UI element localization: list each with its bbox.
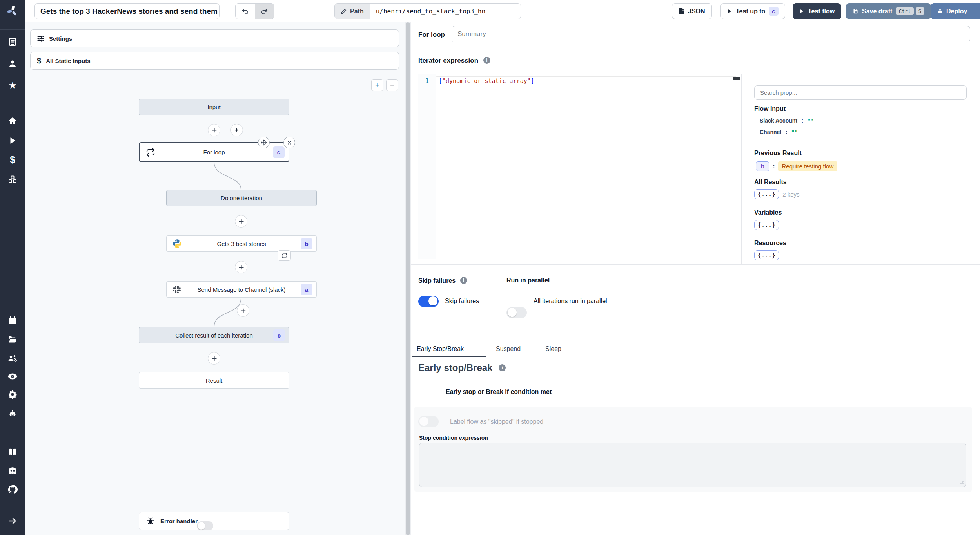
add-step-button[interactable] xyxy=(237,304,249,317)
repeat-loop-icon xyxy=(146,148,155,157)
delete-node-button[interactable] xyxy=(283,137,295,148)
object-expand-badge[interactable]: {...} xyxy=(754,220,779,230)
redo-button[interactable] xyxy=(255,4,274,19)
flow-node-do-one-iteration[interactable]: Do one iteration xyxy=(166,190,317,206)
add-step-button[interactable] xyxy=(235,261,247,273)
prop-row[interactable]: Slack Account : "" xyxy=(760,117,813,124)
flow-node-result[interactable]: Result xyxy=(139,372,289,389)
info-icon[interactable]: i xyxy=(483,57,490,64)
summary-input[interactable] xyxy=(452,26,970,42)
variables-dollar-icon[interactable]: $ xyxy=(0,152,25,168)
step-id-badge: b xyxy=(301,238,312,249)
move-node-button[interactable] xyxy=(258,137,270,148)
object-expand-badge[interactable]: {...} xyxy=(754,250,779,260)
tab-early-stop-break[interactable]: Early Stop/Break xyxy=(416,342,465,356)
deploy-split-button: Deploy xyxy=(931,3,980,19)
groups-users-gear-icon[interactable] xyxy=(0,351,25,366)
github-icon[interactable] xyxy=(0,482,25,497)
flow-node-for-loop[interactable]: For loop c xyxy=(139,142,289,162)
loop-step-badge[interactable] xyxy=(278,250,291,261)
info-icon[interactable]: i xyxy=(460,277,467,284)
search-prop-input[interactable] xyxy=(754,85,967,100)
prop-sep: : xyxy=(801,117,803,124)
kbd-s: S xyxy=(916,7,924,15)
deploy-button[interactable]: Deploy xyxy=(931,4,973,19)
windmill-logo[interactable] xyxy=(0,3,25,19)
canvas-scrollbar-thumb[interactable] xyxy=(406,22,410,535)
resize-handle-icon[interactable] xyxy=(960,480,964,485)
run-in-parallel-toggle[interactable] xyxy=(506,307,527,318)
discord-icon[interactable] xyxy=(0,463,25,479)
workspace-icon[interactable] xyxy=(0,34,25,50)
flow-node-input[interactable]: Input xyxy=(139,99,289,115)
save-icon xyxy=(853,8,858,14)
node-label: Input xyxy=(207,104,220,110)
json-button[interactable]: JSON xyxy=(672,3,712,19)
play-icon xyxy=(727,8,732,14)
flow-canvas[interactable]: Settings $ All Static Inputs + − Input F… xyxy=(25,22,405,535)
user-icon[interactable] xyxy=(0,56,25,72)
error-handler-toggle[interactable] xyxy=(197,521,213,530)
flow-node-collect-result[interactable]: Collect result of each iteration c xyxy=(139,327,289,343)
docs-book-icon[interactable] xyxy=(0,444,25,460)
flow-input-heading: Flow Input xyxy=(754,105,786,112)
settings-gear-icon[interactable] xyxy=(0,387,25,402)
object-expand-badge[interactable]: {...} xyxy=(754,189,779,199)
node-label: For loop xyxy=(203,149,225,155)
resources-cubes-icon[interactable] xyxy=(0,172,25,187)
add-trigger-button[interactable] xyxy=(230,124,243,136)
flow-node-gets-3-best-stories[interactable]: Gets 3 best stories b xyxy=(166,235,317,252)
plus-icon xyxy=(238,219,244,224)
undo-button[interactable] xyxy=(236,4,255,19)
tab-suspend[interactable]: Suspend xyxy=(495,342,521,356)
app-sidebar: ★ $ xyxy=(0,0,25,535)
error-handler-row[interactable]: Error handler xyxy=(139,512,289,530)
deploy-label: Deploy xyxy=(946,8,967,15)
code-string: "dynamic or static array" xyxy=(442,78,531,85)
previous-step-badge[interactable]: b xyxy=(756,161,769,171)
add-step-button[interactable] xyxy=(208,124,220,136)
editor-prop-divider xyxy=(741,74,742,264)
sidebar-divider xyxy=(0,29,25,30)
active-tab-underline xyxy=(412,356,486,357)
selected-step-label: For loop xyxy=(418,31,445,38)
prop-row[interactable]: Channel : "" xyxy=(760,128,797,136)
home-icon[interactable] xyxy=(0,113,25,129)
edit-path-button[interactable]: Path xyxy=(335,4,370,19)
sidebar-divider xyxy=(0,506,25,506)
repeat-loop-icon xyxy=(281,253,287,258)
step-id-badge: c xyxy=(273,329,285,341)
flow-title-input[interactable]: Gets the top 3 HackerNews stories and se… xyxy=(34,3,220,19)
expand-sidebar-arrow-icon[interactable] xyxy=(0,513,25,529)
path-value-field[interactable]: u/henri/send_to_slack_top3_hn xyxy=(370,4,521,19)
kbd-ctrl: Ctrl xyxy=(896,7,913,15)
test-flow-button[interactable]: Test flow xyxy=(793,3,841,19)
info-icon[interactable]: i xyxy=(499,364,506,371)
toggle-knob xyxy=(508,308,517,317)
audit-eye-icon[interactable] xyxy=(0,369,25,384)
path-group: Path u/henri/send_to_slack_top3_hn xyxy=(334,3,521,19)
label-skipped-toggle[interactable] xyxy=(418,416,439,427)
test-up-to-button[interactable]: Test up to c xyxy=(720,3,785,19)
save-draft-button[interactable]: Save draft CtrlS xyxy=(846,3,931,19)
iterator-code-editor[interactable]: 1 ["dynamic or static array"] xyxy=(418,74,741,259)
toggle-knob xyxy=(428,296,437,305)
prop-sep: : xyxy=(786,129,788,135)
tab-sleep[interactable]: Sleep xyxy=(544,342,562,356)
stop-condition-textarea[interactable] xyxy=(419,443,966,487)
node-label: Gets 3 best stories xyxy=(217,240,266,247)
flow-node-send-message-slack[interactable]: Send Message to Channel (slack) a xyxy=(166,281,317,298)
skip-failures-toggle[interactable] xyxy=(418,296,439,307)
folders-icon[interactable] xyxy=(0,332,25,347)
skip-failures-heading-label: Skip failures xyxy=(418,277,456,284)
early-stop-condition-label: Early stop or Break if condition met xyxy=(446,389,552,396)
add-step-button[interactable] xyxy=(208,352,220,365)
iterator-expression-heading: Iterator expression i xyxy=(418,57,490,65)
save-draft-label: Save draft xyxy=(862,8,892,15)
schedules-calendar-icon[interactable] xyxy=(0,313,25,329)
node-label: Result xyxy=(206,377,223,384)
ai-robot-icon[interactable] xyxy=(0,406,25,422)
runs-play-icon[interactable] xyxy=(0,133,25,148)
favorites-star-icon[interactable]: ★ xyxy=(0,78,25,93)
add-step-button[interactable] xyxy=(235,215,247,228)
